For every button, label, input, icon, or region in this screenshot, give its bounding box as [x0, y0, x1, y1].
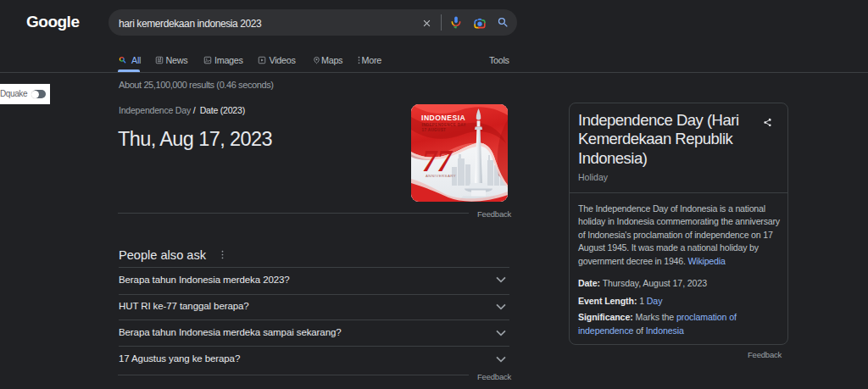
svg-text:ANNIVERSARY: ANNIVERSARY — [426, 174, 456, 178]
svg-text:INDEPENDENCE DAY: INDEPENDENCE DAY — [422, 123, 467, 127]
svg-text:INDONESIA: INDONESIA — [421, 114, 465, 122]
svg-text:17 AUGUST: 17 AUGUST — [422, 128, 447, 132]
